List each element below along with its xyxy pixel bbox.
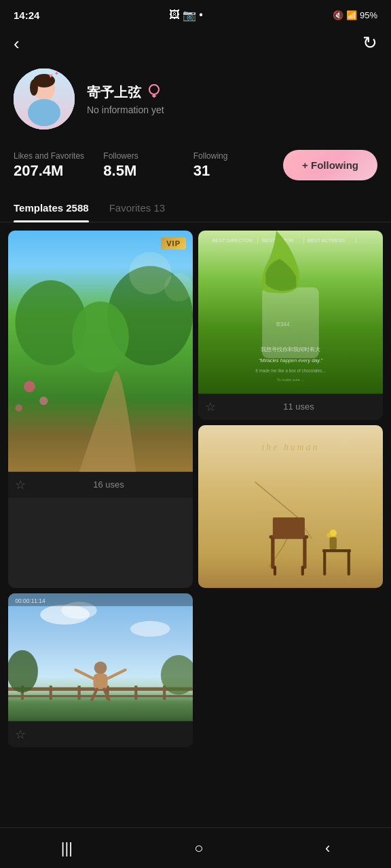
svg-text:BEST DIRECTOR: BEST DIRECTOR <box>212 237 253 243</box>
profile-info: 寄予上弦 No information yet <box>87 83 377 115</box>
svg-point-15 <box>24 381 35 393</box>
svg-point-8 <box>149 85 159 94</box>
tab-templates[interactable]: Templates 2588 <box>14 194 89 222</box>
card-image-4: the human <box>198 425 383 589</box>
template-card-1[interactable]: VIP ☆ 16 uses <box>8 231 193 588</box>
back-button[interactable]: ‹ <box>14 35 20 52</box>
svg-point-51 <box>327 533 331 537</box>
uses-text-2: 11 uses <box>221 401 376 412</box>
signal-icon: 📶 <box>346 10 357 20</box>
svg-rect-52 <box>8 593 193 721</box>
nav-back-button[interactable]: ‹ <box>312 833 343 864</box>
tab-favorites-label: Favorites 13 <box>109 202 166 214</box>
svg-point-4 <box>30 79 38 96</box>
vip-badge-1: VIP <box>161 237 186 250</box>
app-icons: 🖼 📷 • <box>169 9 203 22</box>
svg-point-16 <box>39 397 48 406</box>
status-time: 14:24 <box>14 9 39 21</box>
svg-point-19 <box>164 273 193 302</box>
svg-text:我想寻找你和我何时有大: 我想寻找你和我何时有大 <box>261 346 320 353</box>
star-icon-2[interactable]: ☆ <box>205 399 216 414</box>
top-nav: ‹ ↻ <box>0 27 391 62</box>
nav-recents-button[interactable]: ||| <box>48 833 86 864</box>
likes-label: Likes and Favorites <box>14 151 103 161</box>
card-footer-1: ☆ 16 uses <box>8 472 193 498</box>
svg-point-17 <box>15 404 22 411</box>
svg-text:│: │ <box>354 237 358 244</box>
mute-icon: 🔇 <box>333 10 343 20</box>
tabs-row: Templates 2588 Favorites 13 <box>0 194 391 222</box>
svg-text:✦: ✦ <box>54 71 59 77</box>
followers-value: 8.5M <box>103 162 193 180</box>
stats-row: Likes and Favorites 207.4M Followers 8.5… <box>0 143 391 194</box>
template-card-4[interactable]: the human <box>198 425 383 589</box>
svg-text:"Miracles happen every day.": "Miracles happen every day." <box>259 357 322 363</box>
svg-point-55 <box>130 621 170 637</box>
status-bar: 14:24 🖼 📷 • 🔇 📶 95% <box>0 0 391 27</box>
svg-text:To make sure ...: To make sure ... <box>277 378 305 382</box>
photo-icon: 🖼 <box>169 9 180 21</box>
followers-label: Followers <box>103 151 193 161</box>
following-stat: Following 31 <box>193 151 283 180</box>
profile-name: 寄予上弦 <box>87 83 141 102</box>
svg-point-5 <box>28 99 60 126</box>
tab-favorites[interactable]: Favorites 13 <box>109 194 166 222</box>
followers-stat: Followers 8.5M <box>103 151 193 180</box>
profile-bio: No information yet <box>87 104 377 115</box>
card-image-1: VIP <box>8 231 193 472</box>
star-icon-3[interactable]: ☆ <box>15 727 26 742</box>
card-footer-3: ☆ <box>8 722 193 747</box>
svg-text:│: │ <box>257 237 260 244</box>
template-card-2[interactable]: BEST DIRECTOR │ BEST ACTOR │ BEST ACTRES… <box>198 231 383 420</box>
tab-templates-label: Templates 2588 <box>14 202 89 214</box>
templates-grid: VIP ☆ 16 uses <box>0 231 391 802</box>
right-column: BEST DIRECTOR │ BEST ACTOR │ BEST ACTRES… <box>198 231 383 588</box>
status-icons: 🔇 📶 95% <box>333 10 377 20</box>
nav-home-button[interactable]: ○ <box>181 833 217 864</box>
svg-text:BEST ACTRESS: BEST ACTRESS <box>308 237 345 243</box>
following-label: Following <box>193 151 283 161</box>
star-icon-1[interactable]: ☆ <box>15 477 26 492</box>
follow-button[interactable]: + Following <box>283 150 377 180</box>
share-button[interactable]: ↻ <box>362 33 377 54</box>
profile-name-row: 寄予上弦 <box>87 83 377 102</box>
svg-text:00:00:11:14: 00:00:11:14 <box>15 597 45 604</box>
following-value: 31 <box>193 162 283 180</box>
svg-rect-49 <box>330 537 337 549</box>
battery-text: 95% <box>360 10 377 20</box>
likes-value: 207.4M <box>14 162 103 180</box>
likes-stat: Likes and Favorites 207.4M <box>14 151 103 180</box>
svg-text:the human: the human <box>261 441 319 452</box>
template-card-3[interactable]: 00:00:11:14 <box>8 593 193 747</box>
svg-rect-46 <box>322 549 351 552</box>
dot-indicator: • <box>199 9 203 21</box>
svg-point-72 <box>8 650 38 693</box>
gender-badge <box>147 83 162 101</box>
card-image-2: BEST DIRECTOR │ BEST ACTOR │ BEST ACTRES… <box>198 231 383 394</box>
svg-text:It made me like a box of choco: It made me like a box of chocolates... <box>255 368 326 373</box>
app-icon-2: 📷 <box>183 9 196 22</box>
profile-header: ♥ ✦ 寄予上弦 No information yet <box>0 62 391 143</box>
svg-rect-41 <box>273 517 305 538</box>
avatar: ♥ ✦ <box>14 68 75 130</box>
svg-text:...: ... <box>360 237 365 243</box>
card-image-3: 00:00:11:14 <box>8 593 193 721</box>
svg-text:♥: ♥ <box>49 72 53 79</box>
svg-point-66 <box>94 662 107 675</box>
svg-rect-67 <box>94 673 108 689</box>
uses-text-1: 16 uses <box>31 479 186 490</box>
card-footer-2: ☆ 11 uses <box>198 394 383 420</box>
svg-text:B344: B344 <box>276 321 290 328</box>
bottom-nav: ||| ○ ‹ <box>0 827 391 868</box>
svg-point-14 <box>72 302 129 373</box>
svg-text:│: │ <box>303 237 306 244</box>
